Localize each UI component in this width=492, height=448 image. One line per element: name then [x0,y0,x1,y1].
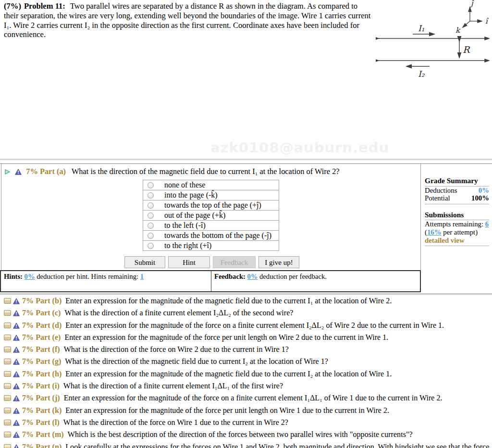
separation-label: R [463,44,470,55]
warning-icon [13,357,20,368]
warning-icon [13,442,20,448]
part-row[interactable]: 7% Part (c)What is the direction of a fi… [0,307,492,319]
part-row[interactable]: 7% Part (m)Which is the best description… [0,429,492,441]
collapsed-panel-icon[interactable] [4,310,11,316]
part-row[interactable]: 7% Part (j)Enter an expression for the m… [0,392,492,404]
part-row[interactable]: 7% Part (i)What is the direction of a fi… [0,380,492,392]
warning-icon [13,381,20,392]
part-question: Enter an expression for the magnitude of… [65,370,392,378]
part-question: Enter an expression for the magnitude of… [65,406,389,414]
collapsed-panel-icon[interactable] [4,371,11,377]
option-label: to the right (+î) [164,241,211,250]
collapsed-panel-icon[interactable] [4,359,11,364]
collapsed-panel-icon[interactable] [4,298,11,304]
warning-icon [13,406,20,417]
part-row[interactable]: 7% Part (h)Enter an expression for the m… [0,368,492,380]
collapsed-panel-icon[interactable] [4,335,11,340]
answer-option-row[interactable]: out of the page (+k̂) [143,210,279,220]
part-a-header: 7% Part (a) What is the direction of the… [1,164,420,177]
part-row[interactable]: 7% Part (e)Enter an expression for the m… [0,332,492,344]
part-question: What is the direction of the force on Wi… [64,345,289,353]
hint-button[interactable]: Hint [168,256,210,268]
answer-option-row[interactable]: to the right (+î) [143,240,279,250]
part-question: What is the direction of a finite curren… [63,382,283,390]
part-label: 7% Part (j) [22,394,60,402]
part-label: 7% Part (m) [22,430,64,438]
part-question: Enter an expression for the magnitude of… [64,394,443,402]
give-up-button[interactable]: I give up! [258,256,299,268]
part-row[interactable]: 7% Part (k)Enter an expression for the m… [0,405,492,417]
k-label: k [455,26,461,35]
part-question: Enter an expression for the magnitude of… [65,297,392,305]
collapsed-panel-icon[interactable] [4,408,11,413]
warning-icon [15,168,22,177]
problem-title: Problem 11: [24,1,65,11]
part-row[interactable]: 7% Part (b)Enter an expression for the m… [0,295,492,307]
problem-percent: (7%) [4,1,21,11]
hints-remaining-link[interactable]: 1 [140,273,144,280]
answer-options: none of these into the page (-k̂) toward… [143,180,279,251]
part-label: 7% Part (h) [22,370,62,378]
radio-button[interactable] [148,223,154,229]
answer-option-row[interactable]: towards the bottom of the page (-ĵ) [143,230,279,240]
part-row[interactable]: 7% Part (g)What is the direction of the … [0,356,492,368]
answer-option-row[interactable]: to the left (-î) [143,220,279,230]
collapsed-panel-icon[interactable] [4,432,11,437]
part-row[interactable]: 7% Part (f)What is the direction of the … [0,344,492,356]
part-label: 7% Part (d) [22,321,62,329]
part-question: What is the direction of the magnetic fi… [65,357,328,365]
part-question: Which is the best description of the dir… [68,430,413,438]
part-row[interactable]: 7% Part (d)Enter an expression for the m… [0,320,492,332]
radio-button[interactable] [148,202,154,209]
deductions-value: 0% [479,187,489,195]
per-attempt-pct-link[interactable]: 16% [427,228,442,236]
feedback-deduction-link[interactable]: 0% [247,273,258,280]
hint-deduction-link[interactable]: 0% [25,273,35,280]
potential-row: Potential 100% [425,194,489,202]
wires-diagram-svg: ĵ î k I₁ R I₂ [376,0,492,81]
radio-button[interactable] [148,233,154,239]
attempts-value-link[interactable]: 6 [485,220,489,228]
deductions-row: Deductions 0% [425,187,489,195]
radio-button[interactable] [148,192,154,199]
radio-button[interactable] [148,212,154,219]
part-row[interactable]: 7% Part (n)Look carefully at the express… [0,441,492,448]
collapsed-panel-icon[interactable] [4,323,11,328]
warning-icon [13,296,20,307]
answer-option-row[interactable]: into the page (-k̂) [143,190,279,200]
problem-statement: (7%)Problem 11:Two parallel wires are se… [4,1,372,39]
part-label: 7% Part (f) [22,345,60,353]
radio-button[interactable] [148,182,154,188]
collapsed-panel-icon[interactable] [4,347,11,352]
part-label: 7% Part (b) [22,297,62,305]
option-label: into the page (-k̂) [164,191,218,199]
radio-button[interactable] [148,243,154,249]
potential-value: 100% [471,194,489,202]
expand-arrow-icon[interactable] [4,168,11,177]
answer-option-row[interactable]: towards the top of the page (+ĵ) [143,200,279,210]
option-label: out of the page (+k̂) [164,211,225,220]
parts-list: 7% Part (b)Enter an expression for the m… [0,295,492,448]
option-label: towards the bottom of the page (-ĵ) [164,231,271,240]
part-label: 7% Part (c) [22,309,61,317]
submit-button[interactable]: Submit [124,256,165,268]
attempts-remaining: Attempts remaining: 6 [425,220,489,228]
collapsed-panel-icon[interactable] [4,420,11,425]
current-2-label: I₂ [418,69,425,79]
collapsed-panel-icon[interactable] [4,383,11,389]
grade-summary-panel: Grade Summary Deductions 0% Potential 10… [425,177,489,246]
answer-option-row[interactable]: none of these [143,180,279,190]
part-question: Look carefully at the expressions for th… [0,443,489,448]
detailed-view-link[interactable]: detailed view [425,236,489,245]
potential-label: Potential [425,194,450,202]
collapsed-panel-icon[interactable] [4,395,11,401]
warning-icon [13,393,20,404]
submissions-section: Submissions Attempts remaining: 6 (16% p… [425,211,489,246]
warning-icon [13,321,20,332]
warning-icon [13,345,20,356]
option-label: none of these [164,181,205,189]
coordinate-axes-icon: ĵ î k [455,0,489,35]
part-row[interactable]: 7% Part (l)What is the direction of the … [0,417,492,429]
per-attempt-rest: per attempt) [442,228,478,236]
collapsed-panel-icon[interactable] [4,444,11,448]
